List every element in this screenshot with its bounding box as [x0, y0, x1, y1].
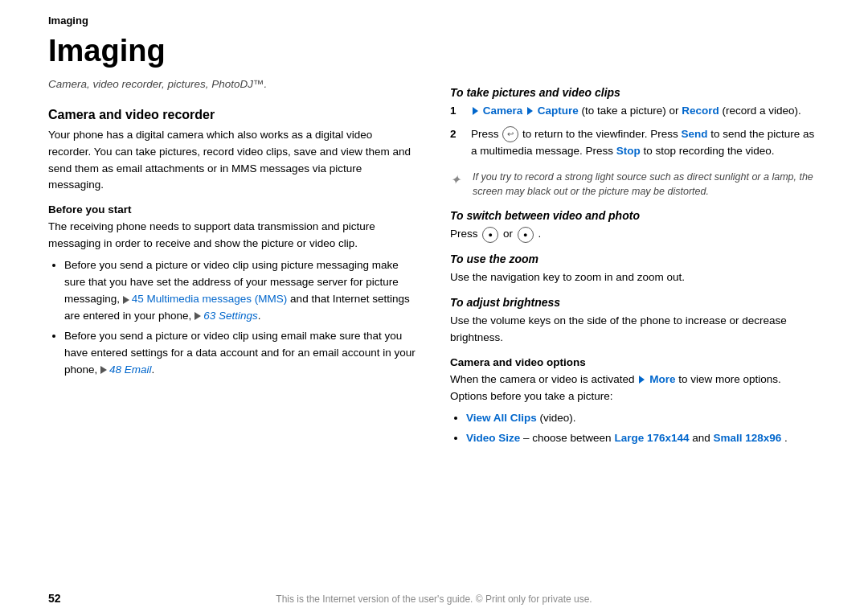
subtitle: Camera, video recorder, pictures, PhotoD…: [48, 76, 418, 93]
zoom-body: Use the navigation key to zoom in and zo…: [450, 269, 820, 286]
bullet-item-2: Before you send a picture or video clip …: [64, 328, 418, 379]
zoom-heading: To use the zoom: [450, 253, 820, 265]
step1-end: (record a video).: [722, 105, 800, 117]
right-column: To take pictures and video clips 1 Camer…: [450, 76, 820, 452]
step-num-1: 1: [450, 103, 463, 120]
left-column: Camera, video recorder, pictures, PhotoD…: [48, 76, 418, 452]
bullet-arrow-1: [123, 296, 129, 304]
brightness-body: Use the volume keys on the side of the p…: [450, 313, 820, 347]
bullet2-end: .: [152, 363, 155, 376]
bullet1-link2: 63 Settings: [203, 310, 258, 322]
video-size-large: Large 176x144: [614, 432, 689, 444]
cam-opt-text: When the camera or video is activated: [450, 373, 635, 385]
footer-text: This is the Internet version of the user…: [0, 593, 868, 605]
switch-body: Press ● or ● .: [450, 226, 820, 243]
bullet-item-1: Before you send a picture or video clip …: [64, 257, 418, 325]
step2-back-icon: ↩: [502, 126, 518, 142]
page-title: Imaging: [48, 35, 820, 68]
view-all-item: View All Clips (video).: [466, 410, 820, 427]
step1-record: Record: [682, 105, 719, 117]
view-all-text: View All Clips: [466, 412, 537, 424]
before-start-heading: Before you start: [48, 203, 418, 216]
video-size-text: Video Size: [466, 432, 520, 444]
switch-press: Press: [450, 228, 478, 240]
video-size-cont: – choose between: [523, 432, 614, 444]
step1-arrow2: [527, 107, 533, 115]
step-1: 1 Camera Capture (to take a picture) or …: [450, 103, 820, 120]
take-pictures-heading: To take pictures and video clips: [450, 86, 820, 99]
tip-text: If you try to record a strong light sour…: [473, 170, 820, 200]
step-num-2: 2: [450, 126, 463, 160]
camera-options-body: When the camera or video is activated Mo…: [450, 372, 820, 405]
before-start-body: The receiving phone needs to support dat…: [48, 219, 418, 253]
camera-video-body: Your phone has a digital camera which al…: [48, 127, 418, 195]
step2-end: to stop recording the video.: [644, 145, 775, 157]
step1-camera: Camera: [483, 105, 523, 117]
switch-end: .: [538, 228, 542, 240]
step1-capture: Capture: [538, 105, 579, 117]
bullet2-link: 48 Email: [109, 363, 152, 376]
camera-options-heading: Camera and video options: [450, 356, 820, 368]
switch-btn-2: ●: [518, 227, 534, 243]
step2-cont: to return to the viewfinder. Press: [522, 128, 681, 140]
bullet1-link: 45 Multimedia messages (MMS): [132, 293, 288, 305]
tip-icon: ✦: [450, 170, 466, 200]
video-size-end: .: [784, 432, 788, 444]
step-2-content: Press ↩ to return to the viewfinder. Pre…: [471, 126, 820, 160]
brightness-heading: To adjust brightness: [450, 296, 820, 309]
bullet-list: Before you send a picture or video clip …: [64, 257, 418, 378]
bullet-arrow-3: [100, 366, 107, 374]
switch-btn-1: ●: [482, 227, 498, 243]
step1-arrow1: [473, 107, 478, 115]
bullet-arrow-2: [194, 312, 201, 320]
step1-cont: (to take a picture) or: [582, 105, 682, 117]
step-1-content: Camera Capture (to take a picture) or Re…: [471, 103, 801, 120]
step-2: 2 Press ↩ to return to the viewfinder. P…: [450, 126, 820, 160]
step2-stop: Stop: [616, 145, 641, 157]
camera-video-heading: Camera and video recorder: [48, 108, 418, 122]
video-size-item: Video Size – choose between Large 176x14…: [466, 430, 820, 447]
cam-opt-arrow: [639, 376, 645, 384]
breadcrumb: Imaging: [48, 0, 820, 27]
page-container: Imaging Imaging Camera, video recorder, …: [0, 0, 868, 616]
switch-heading: To switch between video and photo: [450, 209, 820, 222]
video-size-small: Small 128x96: [714, 432, 782, 444]
content-area: Camera, video recorder, pictures, PhotoD…: [48, 76, 820, 452]
view-all-end: (video).: [540, 412, 576, 424]
steps-list: 1 Camera Capture (to take a picture) or …: [450, 103, 820, 160]
switch-or: or: [503, 228, 513, 240]
cam-opt-more: More: [649, 373, 675, 385]
video-size-and: and: [692, 432, 713, 444]
camera-options-list: View All Clips (video). Video Size – cho…: [466, 410, 820, 447]
tip-box: ✦ If you try to record a strong light so…: [450, 170, 820, 200]
step2-send: Send: [681, 128, 707, 140]
bullet1-end: .: [258, 310, 261, 322]
step2-press: Press: [471, 128, 499, 140]
